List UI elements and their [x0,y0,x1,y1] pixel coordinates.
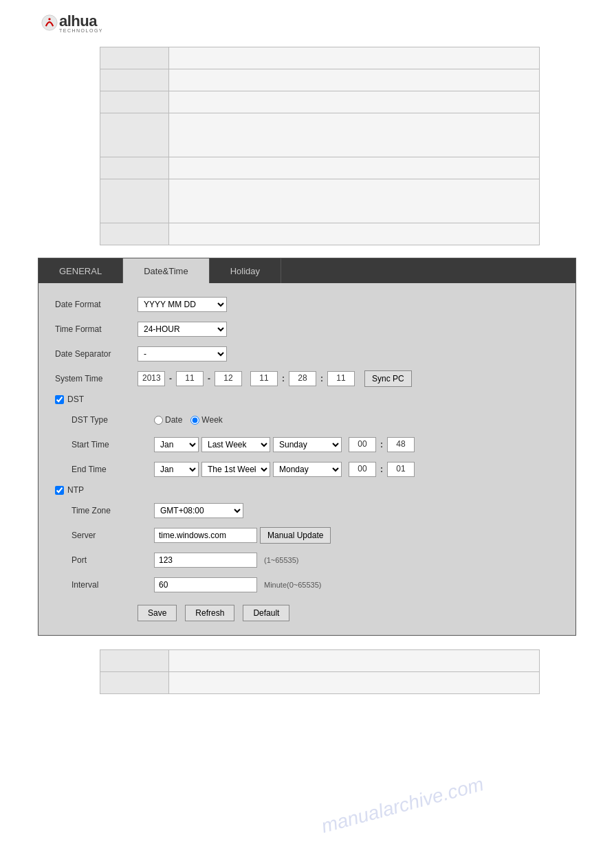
svg-point-1 [48,18,50,20]
dst-type-row: DST Type Date Week [72,411,559,429]
system-time-minute[interactable]: 28 [289,371,316,386]
dst-type-label: DST Type [72,415,154,425]
time-format-control: 24-HOUR 12-HOUR [138,322,227,337]
start-time-week-select[interactable]: Last Week The 1st Week The 2nd Week The … [201,437,270,452]
table-row [100,179,540,223]
interval-control: Minute(0~65535) [154,577,321,592]
dst-type-date-label: Date [165,415,182,425]
bottom-table-section [100,649,573,694]
table-value [169,672,540,694]
dst-checkbox[interactable] [55,395,64,404]
timezone-label: Time Zone [72,506,154,515]
table-value [169,157,540,179]
system-time-row: System Time 2013 - 11 - 12 11 : 28 : 11 … [55,370,559,388]
timezone-row: Time Zone GMT+08:00 GMT+00:00 GMT-05:00 … [72,502,559,520]
system-time-hour[interactable]: 11 [250,371,278,386]
system-time-colon2: : [320,374,323,383]
save-button[interactable]: Save [138,605,177,621]
table-label [100,157,169,179]
dst-type-date-option: Date [154,415,182,425]
timezone-control: GMT+08:00 GMT+00:00 GMT-05:00 GMT+05:30 [154,503,243,518]
time-format-select[interactable]: 24-HOUR 12-HOUR [138,322,227,337]
start-time-label: Start Time [72,440,154,449]
table-row [100,157,540,179]
port-control: (1~65535) [154,553,298,568]
end-time-week-select[interactable]: Last Week The 1st Week The 2nd Week The … [201,462,270,477]
date-format-row: Date Format YYYY MM DD MM DD YYYY DD MM … [55,296,559,313]
server-input[interactable] [154,528,257,543]
form-content: Date Format YYYY MM DD MM DD YYYY DD MM … [39,283,575,635]
system-time-day[interactable]: 12 [215,371,242,386]
table-label [100,91,169,113]
port-input[interactable] [154,553,257,568]
dst-type-week-radio[interactable] [190,416,199,425]
time-format-label: Time Format [55,324,138,334]
dst-type-date-radio[interactable] [154,416,163,425]
table-label [100,650,169,672]
table-value [169,223,540,245]
start-time-hour[interactable]: 00 [349,437,376,452]
end-time-month-select[interactable]: JanFebMar AprMayJun JulAugSep OctNovDec [154,462,199,477]
table-row [100,113,540,157]
table-value [169,69,540,91]
dst-label: DST [67,394,84,404]
table-label [100,47,169,69]
system-time-month[interactable]: 11 [176,371,204,386]
end-time-day-select[interactable]: SundayMondayTuesday WednesdayThursdayFri… [273,462,342,477]
ntp-label: NTP [67,485,84,495]
logo-subtext: TECHNOLOGY [59,28,103,33]
interval-label: Interval [72,580,154,590]
table-label [100,223,169,245]
end-time-label: End Time [72,465,154,474]
system-time-second[interactable]: 11 [327,371,355,386]
start-time-control: JanFebMar AprMayJun JulAugSep OctNovDec … [154,437,415,452]
date-format-select[interactable]: YYYY MM DD MM DD YYYY DD MM YYYY [138,297,227,312]
watermark: manualarchive.com [319,773,486,838]
dst-indented: DST Type Date Week Start Time [55,411,559,478]
timezone-select[interactable]: GMT+08:00 GMT+00:00 GMT-05:00 GMT+05:30 [154,503,243,518]
table-value [169,47,540,69]
top-table-section [100,47,573,245]
date-separator-select[interactable]: - / . [138,346,227,361]
refresh-button[interactable]: Refresh [185,605,234,621]
tab-general[interactable]: GENERAL [39,258,123,283]
system-time-colon1: : [282,374,285,383]
logo: alhua TECHNOLOGY [41,12,103,33]
system-time-control: 2013 - 11 - 12 11 : 28 : 11 Sync PC [138,370,412,387]
table-label [100,113,169,157]
bottom-table [100,649,540,694]
date-separator-label: Date Separator [55,349,138,359]
table-row [100,47,540,69]
start-time-row: Start Time JanFebMar AprMayJun JulAugSep… [72,436,559,454]
start-time-day-select[interactable]: SundayMondayTuesday WednesdayThursdayFri… [273,437,342,452]
tab-holiday[interactable]: Holiday [210,258,281,283]
interval-row: Interval Minute(0~65535) [72,576,559,594]
port-hint: (1~65535) [264,556,298,564]
start-time-minute[interactable]: 48 [387,437,415,452]
table-row [100,223,540,245]
manual-update-button[interactable]: Manual Update [260,527,331,544]
table-value [169,179,540,223]
date-format-label: Date Format [55,300,138,309]
table-label [100,69,169,91]
top-table [100,47,540,245]
start-time-month-select[interactable]: JanFebMar AprMayJun JulAugSep OctNovDec [154,437,199,452]
end-time-hour[interactable]: 00 [349,462,376,477]
sync-pc-button[interactable]: Sync PC [364,370,412,387]
ntp-indented: Time Zone GMT+08:00 GMT+00:00 GMT-05:00 … [55,502,559,594]
interval-input[interactable] [154,577,257,592]
table-label [100,672,169,694]
ntp-checkbox[interactable] [55,486,64,495]
end-time-minute[interactable]: 01 [387,462,415,477]
default-button[interactable]: Default [243,605,289,621]
interval-hint: Minute(0~65535) [264,581,321,589]
table-value [169,650,540,672]
settings-panel: GENERAL Date&Time Holiday manualarchive.… [38,258,576,636]
end-time-control: JanFebMar AprMayJun JulAugSep OctNovDec … [154,462,415,477]
system-time-sep2: - [208,374,210,383]
time-format-row: Time Format 24-HOUR 12-HOUR [55,320,559,338]
logo-icon [41,13,58,32]
ntp-row: NTP [55,485,559,495]
tab-datetime[interactable]: Date&Time [123,258,210,283]
system-time-year[interactable]: 2013 [138,371,165,386]
